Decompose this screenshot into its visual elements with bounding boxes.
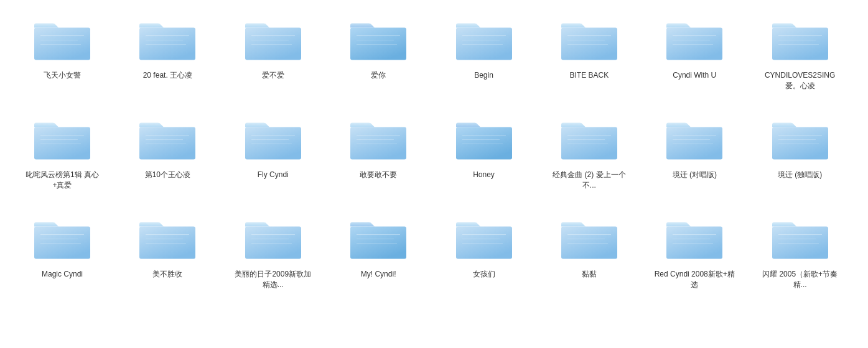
folder-icon (242, 211, 304, 264)
folder-icon (558, 211, 620, 264)
folder-icon (242, 112, 304, 165)
folder-label: My! Cyndi! (361, 269, 396, 280)
folder-icon (31, 211, 93, 264)
folder-item[interactable]: 经典金曲 (2) 爱上一个不... (539, 106, 639, 205)
svg-rect-0 (34, 28, 90, 60)
svg-rect-76 (350, 227, 406, 259)
folder-icon (663, 112, 726, 165)
svg-rect-64 (34, 227, 90, 259)
folder-item[interactable]: CYNDILOVES2SING 爱。心凌 (750, 6, 850, 106)
folder-icon (242, 12, 304, 65)
svg-rect-40 (245, 127, 301, 160)
folder-item[interactable]: 美不胜收 (118, 205, 217, 304)
folder-item[interactable]: 爱你 (329, 6, 428, 106)
folder-item[interactable]: My! Cyndi! (329, 205, 428, 304)
folder-label: 美丽的日子2009新歌加精选... (233, 269, 314, 290)
folder-label: 叱咤风云榜第1辑 真心+真爱 (22, 170, 103, 191)
folder-icon (453, 112, 515, 165)
folder-label: Begin (474, 70, 493, 81)
folder-item[interactable]: 飞天小女警 (12, 6, 112, 106)
svg-rect-32 (34, 127, 90, 160)
svg-rect-80 (456, 227, 512, 259)
folder-icon (347, 211, 409, 264)
folder-item[interactable]: 第10个王心凌 (118, 106, 217, 205)
svg-rect-8 (245, 28, 301, 60)
folder-icon (31, 112, 93, 165)
folder-icon (663, 211, 726, 264)
folder-icon (136, 112, 198, 165)
folder-item[interactable]: Red Cyndi 2008新歌+精选 (645, 205, 744, 304)
folder-icon (136, 211, 198, 264)
folder-item[interactable]: 黏黏 (539, 205, 639, 304)
folder-icon (663, 12, 726, 65)
folder-label: 飞天小女警 (44, 70, 81, 81)
folder-item[interactable]: Begin (434, 6, 534, 106)
folder-item[interactable]: 境迁 (独唱版) (750, 106, 850, 205)
folder-icon (769, 112, 831, 165)
folder-item[interactable]: 境迁 (对唱版) (645, 106, 744, 205)
folder-label: CYNDILOVES2SING 爱。心凌 (760, 70, 841, 91)
svg-rect-88 (666, 227, 722, 259)
folder-label: Cyndi With U (673, 70, 716, 81)
folder-icon (769, 12, 831, 65)
folder-label: Red Cyndi 2008新歌+精选 (654, 269, 735, 290)
svg-rect-44 (350, 127, 406, 160)
folder-item[interactable]: BITE BACK (539, 6, 639, 106)
folder-item[interactable]: Magic Cyndi (12, 205, 112, 304)
svg-rect-36 (139, 127, 195, 160)
folder-item[interactable]: Honey (434, 106, 534, 205)
folder-item[interactable]: 爱不爱 (223, 6, 323, 106)
svg-rect-28 (772, 28, 828, 60)
folder-item[interactable]: 女孩们 (434, 205, 534, 304)
folder-icon (136, 12, 198, 65)
folder-label: 境迁 (独唱版) (778, 170, 822, 180)
folder-label: 爱不爱 (262, 70, 284, 81)
folder-item[interactable]: 闪耀 2005（新歌+节奏精... (750, 205, 850, 304)
svg-rect-72 (245, 227, 301, 259)
folder-label: 第10个王心凌 (145, 170, 190, 180)
folder-item[interactable]: 叱咤风云榜第1辑 真心+真爱 (12, 106, 112, 205)
folder-item[interactable]: 20 feat. 王心凌 (118, 6, 217, 106)
folder-item[interactable]: 敢要敢不要 (329, 106, 428, 205)
folder-label: 敢要敢不要 (360, 170, 397, 180)
svg-rect-20 (561, 28, 617, 60)
folder-label: 爱你 (371, 70, 386, 81)
folder-label: 黏黏 (582, 269, 597, 280)
folder-label: 美不胜收 (152, 269, 182, 280)
folder-icon (558, 112, 620, 165)
svg-rect-24 (666, 28, 722, 60)
folder-icon (31, 12, 93, 65)
folder-label: Magic Cyndi (42, 269, 83, 280)
folder-label: 经典金曲 (2) 爱上一个不... (549, 170, 630, 191)
svg-rect-60 (772, 127, 828, 160)
folder-item[interactable]: Cyndi With U (645, 6, 744, 106)
folder-label: 20 feat. 王心凌 (143, 70, 192, 81)
folder-icon (453, 12, 515, 65)
svg-rect-68 (139, 227, 195, 259)
svg-rect-92 (772, 227, 828, 259)
svg-rect-52 (561, 127, 617, 160)
svg-rect-12 (350, 28, 406, 60)
folder-label: 境迁 (对唱版) (673, 170, 717, 180)
folder-label: Honey (473, 170, 495, 180)
folder-label: BITE BACK (570, 70, 609, 81)
folder-icon (453, 211, 515, 264)
folder-label: 闪耀 2005（新歌+节奏精... (760, 269, 841, 290)
folder-label: 女孩们 (473, 269, 495, 280)
svg-rect-48 (456, 127, 512, 160)
folder-label: Fly Cyndi (258, 170, 289, 180)
folder-icon (347, 112, 409, 165)
folder-icon (558, 12, 620, 65)
svg-rect-4 (139, 28, 195, 60)
svg-rect-16 (456, 28, 512, 60)
folder-grid: 飞天小女警 20 feat. 王心凌 (0, 0, 868, 311)
folder-item[interactable]: Fly Cyndi (223, 106, 323, 205)
svg-rect-84 (561, 227, 617, 259)
svg-rect-56 (666, 127, 722, 160)
folder-item[interactable]: 美丽的日子2009新歌加精选... (223, 205, 323, 304)
folder-icon (769, 211, 831, 264)
folder-icon (347, 12, 409, 65)
